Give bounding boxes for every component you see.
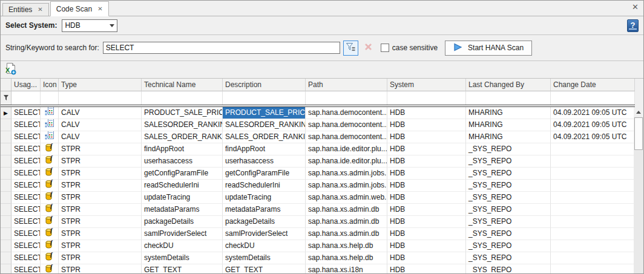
- cell-icon[interactable]: f: [41, 192, 59, 204]
- cell-usage[interactable]: SELECT: [12, 107, 41, 119]
- cell-last_changed_by[interactable]: _SYS_REPO: [466, 252, 551, 264]
- cell-description[interactable]: SALES_ORDER_RANKIN...: [223, 131, 306, 143]
- selected-cell-description[interactable]: PRODUCT_SALE_PRICE: [223, 107, 306, 119]
- cell-technical_name[interactable]: findAppRoot: [142, 143, 223, 155]
- cell-description[interactable]: systemDetails: [223, 252, 306, 264]
- cell-technical_name[interactable]: packageDetails: [142, 216, 223, 228]
- row-indicator[interactable]: [1, 168, 12, 180]
- cell-description[interactable]: metadataParams: [223, 204, 306, 216]
- column-header-system[interactable]: System: [387, 79, 466, 91]
- cell-path[interactable]: sap.hana.ide.editor.plu...: [306, 143, 387, 155]
- cell-path[interactable]: sap.hana.democontent....: [306, 119, 387, 131]
- scrollbar-thumb[interactable]: [634, 117, 643, 150]
- cell-icon[interactable]: f: [41, 228, 59, 240]
- cell-type[interactable]: STPR: [59, 180, 142, 192]
- cell-system[interactable]: HDB: [387, 228, 466, 240]
- tab-code-scan[interactable]: Code Scan ✕: [50, 1, 109, 16]
- cell-usage[interactable]: SELECT: [12, 252, 41, 264]
- cell-usage[interactable]: SELECT: [12, 192, 41, 204]
- cell-change_date[interactable]: [551, 216, 635, 228]
- cell-last_changed_by[interactable]: _SYS_REPO: [466, 143, 551, 155]
- cell-last_changed_by[interactable]: _SYS_REPO: [466, 216, 551, 228]
- cell-type[interactable]: CALV: [59, 131, 142, 143]
- cell-usage[interactable]: SELECT: [12, 204, 41, 216]
- cell-technical_name[interactable]: PRODUCT_SALE_PRICE: [142, 107, 223, 119]
- apply-filter-button[interactable]: [343, 41, 358, 56]
- cell-system[interactable]: HDB: [387, 240, 466, 252]
- cell-system[interactable]: HDB: [387, 155, 466, 168]
- filter-cell-path[interactable]: [306, 91, 387, 105]
- search-input[interactable]: [103, 42, 340, 54]
- cell-icon[interactable]: f: [41, 264, 59, 273]
- cell-type[interactable]: STPR: [59, 143, 142, 155]
- cell-path[interactable]: sap.hana.xs.admin.db: [306, 228, 387, 240]
- cell-description[interactable]: samlProviderSelect: [223, 228, 306, 240]
- row-indicator[interactable]: [1, 155, 12, 168]
- cell-usage[interactable]: SELECT: [12, 240, 41, 252]
- cell-system[interactable]: HDB: [387, 143, 466, 155]
- help-button[interactable]: ?: [627, 19, 639, 32]
- cell-system[interactable]: HDB: [387, 264, 466, 273]
- system-combobox[interactable]: HDB: [62, 19, 117, 32]
- clear-filter-button[interactable]: [361, 41, 376, 56]
- filter-cell-type[interactable]: [59, 91, 142, 105]
- cell-path[interactable]: sap.hana.xs.admin.jobs...: [306, 168, 387, 180]
- cell-change_date[interactable]: [551, 264, 635, 273]
- cell-system[interactable]: HDB: [387, 180, 466, 192]
- cell-last_changed_by[interactable]: MHARING: [466, 119, 551, 131]
- cell-icon[interactable]: f: [41, 240, 59, 252]
- cell-type[interactable]: STPR: [59, 240, 142, 252]
- row-indicator[interactable]: ▶: [1, 107, 12, 119]
- cell-icon[interactable]: f: [41, 180, 59, 192]
- panel-close-icon[interactable]: ✕: [632, 3, 639, 11]
- cell-technical_name[interactable]: samlProviderSelect: [142, 228, 223, 240]
- cell-description[interactable]: readSchedulerIni: [223, 180, 306, 192]
- column-header-icon[interactable]: Icon: [41, 79, 59, 91]
- filter-cell-description[interactable]: [223, 91, 306, 105]
- cell-usage[interactable]: SELECT: [12, 180, 41, 192]
- cell-usage[interactable]: SELECT: [12, 264, 41, 273]
- cell-type[interactable]: STPR: [59, 228, 142, 240]
- cell-technical_name[interactable]: updateTracing: [142, 192, 223, 204]
- cell-icon[interactable]: f: [41, 216, 59, 228]
- cell-icon[interactable]: [41, 119, 59, 131]
- cell-path[interactable]: sap.hana.xs.admin.jobs...: [306, 180, 387, 192]
- cell-system[interactable]: HDB: [387, 107, 466, 119]
- cell-path[interactable]: sap.hana.xs.help.db: [306, 252, 387, 264]
- filter-cell-icon[interactable]: [41, 91, 59, 105]
- row-indicator[interactable]: [1, 228, 12, 240]
- cell-system[interactable]: HDB: [387, 216, 466, 228]
- cell-usage[interactable]: SELECT: [12, 131, 41, 143]
- cell-change_date[interactable]: [551, 155, 635, 168]
- cell-path[interactable]: sap.hana.democontent....: [306, 131, 387, 143]
- cell-usage[interactable]: SELECT: [12, 216, 41, 228]
- tab-entities[interactable]: Entities ✕: [2, 3, 49, 16]
- cell-path[interactable]: sap.hana.xs.help.db: [306, 240, 387, 252]
- cell-system[interactable]: HDB: [387, 168, 466, 180]
- row-indicator[interactable]: [1, 180, 12, 192]
- cell-last_changed_by[interactable]: _SYS_REPO: [466, 204, 551, 216]
- cell-path[interactable]: sap.hana.democontent....: [306, 107, 387, 119]
- cell-type[interactable]: STPR: [59, 204, 142, 216]
- cell-usage[interactable]: SELECT: [12, 168, 41, 180]
- cell-last_changed_by[interactable]: _SYS_REPO: [466, 264, 551, 273]
- cell-change_date[interactable]: [551, 204, 635, 216]
- cell-type[interactable]: STPR: [59, 264, 142, 273]
- cell-type[interactable]: CALV: [59, 119, 142, 131]
- filter-cell-usage[interactable]: [12, 91, 41, 105]
- cell-change_date[interactable]: [551, 192, 635, 204]
- column-header-change_date[interactable]: Change Date: [551, 79, 635, 91]
- scroll-up-button[interactable]: [634, 107, 643, 117]
- column-header-technical_name[interactable]: Technical Name: [142, 79, 223, 91]
- cell-technical_name[interactable]: metadataParams: [142, 204, 223, 216]
- row-indicator[interactable]: [1, 131, 12, 143]
- cell-path[interactable]: sap.hana.xs.admin.db: [306, 204, 387, 216]
- cell-system[interactable]: HDB: [387, 204, 466, 216]
- cell-change_date[interactable]: [551, 252, 635, 264]
- cell-icon[interactable]: f: [41, 168, 59, 180]
- cell-technical_name[interactable]: systemDetails: [142, 252, 223, 264]
- cell-technical_name[interactable]: GET_TEXT: [142, 264, 223, 273]
- cell-technical_name[interactable]: SALESORDER_RANKING...: [142, 119, 223, 131]
- cell-change_date[interactable]: 04.09.2021 09:05 UTC: [551, 107, 635, 119]
- cell-last_changed_by[interactable]: _SYS_REPO: [466, 168, 551, 180]
